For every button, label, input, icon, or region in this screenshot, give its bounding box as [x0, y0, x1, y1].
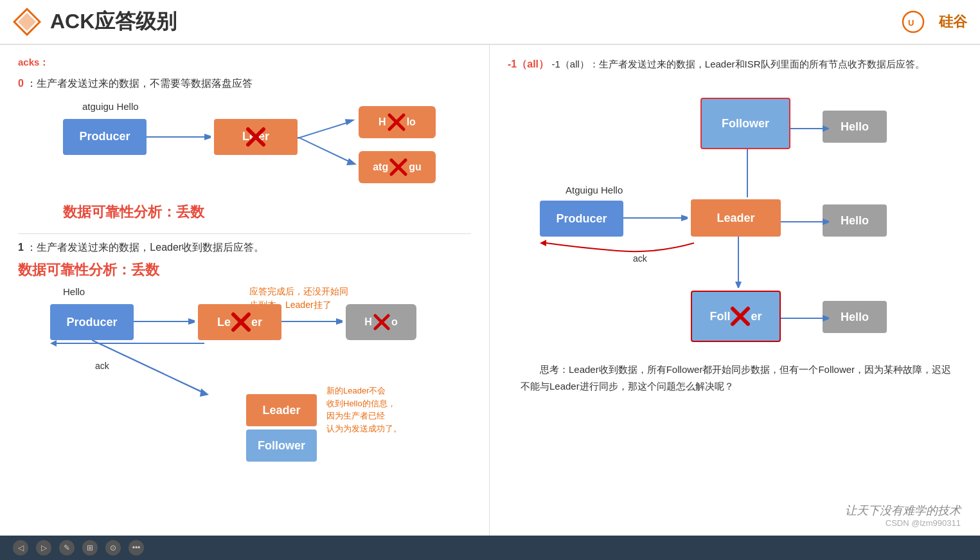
zoom-button[interactable]: ⊙ — [105, 540, 121, 555]
svg-line-28 — [92, 340, 201, 392]
hello-label-1: Hello — [63, 286, 85, 297]
arrow-p-to-l-r — [623, 215, 688, 222]
producer-box-1: Producer — [50, 304, 134, 340]
footer-slogan: 让天下没有难学的技术 — [845, 503, 961, 518]
atguigu-hello-label: atguigu Hello — [82, 101, 139, 112]
svg-marker-9 — [345, 116, 356, 125]
arrow-f2-to-h3 — [781, 315, 829, 323]
section-0: 0 ：生产者发送过来的数据，不需要等数据落盘应答 — [18, 75, 471, 92]
atguigu-x-icon — [389, 158, 407, 176]
leader-box-r: Leader — [691, 199, 781, 237]
thought-text: 思考：Leader收到数据，所有Follower都开始同步数据，但有一个Foll… — [521, 361, 958, 394]
svg-marker-27 — [200, 388, 209, 397]
diagram-1: Hello 应答完成后，还没开始同步副本，Leader挂了 Producer L… — [18, 285, 471, 452]
hello-x-icon-1 — [373, 314, 390, 330]
hello-box-0: H lo — [359, 106, 436, 138]
svg-marker-25 — [50, 340, 57, 347]
analysis-1: 数据可靠性分析：丢数 — [18, 260, 471, 280]
edit-button[interactable]: ✎ — [59, 540, 75, 555]
svg-marker-5 — [204, 134, 211, 140]
footer-bar: ◁ ▷ ✎ ⊞ ⊙ ••• — [0, 536, 980, 560]
prev-button[interactable]: ◁ — [13, 540, 28, 555]
arrow-p-to-l-1 — [134, 318, 195, 326]
next-button[interactable]: ▷ — [36, 540, 51, 555]
footer-csdn: CSDN @lzm990311 — [845, 518, 961, 528]
arrow-l-to-hello-1 — [281, 318, 343, 326]
hello-box-1: H o — [346, 304, 416, 340]
svg-marker-43 — [823, 315, 829, 321]
svg-marker-37 — [540, 240, 546, 246]
leader-box-0: Le er — [214, 119, 298, 155]
follower-box-1: Follower — [246, 429, 317, 462]
logo-icon — [13, 8, 41, 36]
acks-label: acks： — [18, 57, 471, 69]
arrow-l-to-f2 — [735, 237, 743, 288]
header: ACK应答级别 U 硅谷 — [0, 0, 980, 45]
svg-marker-34 — [681, 215, 688, 221]
annotation-2: 新的Leader不会收到Hello的信息，因为生产者已经认为为发送成功了。 — [326, 384, 402, 435]
hello-x-icon — [388, 113, 405, 131]
footer-brand: 让天下没有难学的技术 CSDN @lzm990311 — [845, 503, 961, 528]
header-left: ACK应答级别 — [13, 8, 177, 36]
svg-line-8 — [298, 122, 349, 138]
svg-line-10 — [298, 137, 349, 161]
producer-box-0: Producer — [63, 119, 147, 155]
diagram-0: atguigu Hello Producer Le er — [18, 100, 471, 228]
section-1-title: 1 ：生产者发送过来的数据，Leader收到数据后应答。 — [18, 239, 471, 256]
right-diagram: Atguigu Hello Follower Hello Producer — [508, 78, 962, 393]
svg-marker-17 — [188, 318, 195, 325]
leader-new-box-1: Leader — [246, 394, 317, 426]
hello-box-r3: Hello — [823, 301, 887, 333]
brand-icon: U — [902, 9, 934, 35]
section0-title: 0 ：生产者发送过来的数据，不需要等数据落盘应答 — [18, 75, 471, 92]
leader-box-1: Le er — [198, 304, 281, 340]
atguigu-box-0: atg gu — [359, 151, 436, 183]
svg-marker-36 — [823, 219, 829, 225]
hello-box-r2: Hello — [823, 204, 887, 237]
divider-1 — [18, 233, 471, 234]
arrow-f1-to-h1 — [790, 125, 829, 133]
right-panel: -1（all） -1（all）：生产者发送过来的数据，Leader和ISR队列里… — [490, 45, 980, 560]
follower2-x-icon — [730, 306, 751, 327]
right-section-title: -1（all） -1（all）：生产者发送过来的数据，Leader和ISR队列里… — [508, 57, 962, 72]
hello-box-r1: Hello — [823, 111, 887, 143]
brand-name: 硅谷 — [939, 12, 967, 32]
page-title: ACK应答级别 — [50, 8, 177, 36]
svg-marker-30 — [823, 125, 829, 132]
more-button[interactable]: ••• — [129, 540, 144, 555]
svg-marker-39 — [735, 282, 742, 288]
follower-2-box: Foll er — [691, 291, 781, 342]
producer-box-r: Producer — [540, 201, 623, 237]
arrow-p-to-l-0 — [147, 134, 211, 140]
footer-controls: ◁ ▷ ✎ ⊞ ⊙ ••• — [13, 540, 144, 555]
arrow-f1-to-leader — [744, 149, 752, 201]
header-right: U 硅谷 — [902, 9, 967, 35]
follower-1-box: Follower — [700, 98, 790, 149]
ack-arrow-r — [540, 238, 694, 257]
branch-arrows-1 — [92, 340, 272, 404]
svg-marker-11 — [346, 158, 357, 165]
leader-x-icon-0 — [245, 127, 266, 147]
leader-x-icon-1 — [231, 312, 251, 332]
svg-text:U: U — [908, 18, 914, 28]
grid-button[interactable]: ⊞ — [82, 540, 98, 555]
atguigu-hello-r: Atguigu Hello — [566, 185, 623, 195]
analysis-0: 数据可靠性分析：丢数 — [63, 203, 204, 222]
left-panel: acks： 0 ：生产者发送过来的数据，不需要等数据落盘应答 atguigu H… — [0, 45, 490, 560]
svg-marker-21 — [336, 318, 343, 325]
main-content: acks： 0 ：生产者发送过来的数据，不需要等数据落盘应答 atguigu H… — [0, 45, 980, 560]
arrow-l-to-h2 — [781, 219, 829, 226]
